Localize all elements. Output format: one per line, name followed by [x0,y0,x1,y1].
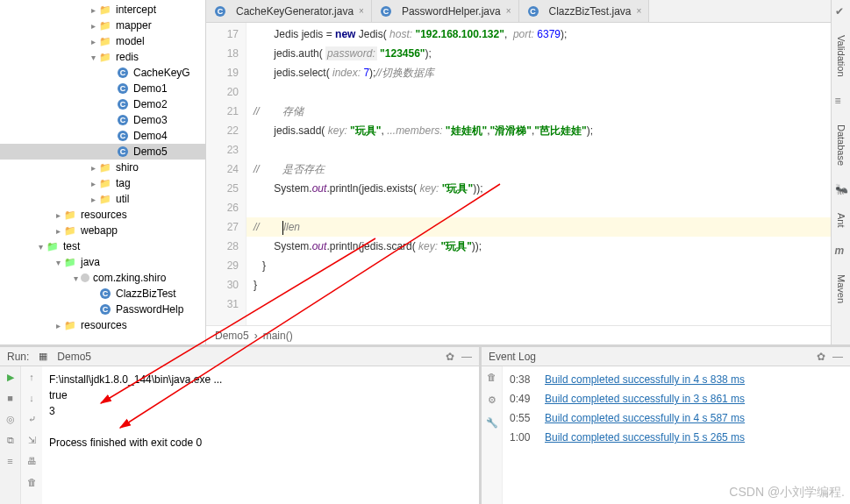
tree-label: redis [116,51,139,63]
stop-button[interactable]: ■ [4,391,18,405]
up-button[interactable]: ↑ [25,370,39,384]
tree-item-mapper[interactable]: mapper [0,18,205,33]
tree-label: webapp [81,224,118,237]
class-icon [379,4,393,18]
event-message[interactable]: Build completed successfully in 3 s 861 … [545,393,745,405]
class-icon [116,145,130,159]
close-tab-icon[interactable]: × [359,6,364,16]
tree-item-webapp[interactable]: webapp [0,223,205,238]
chevron-icon[interactable] [88,163,98,173]
tree-item-demo4[interactable]: Demo4 [0,128,205,144]
event-filter-icon[interactable]: ⚙ [485,393,499,407]
code-editor[interactable]: 171819202122232425262728293031 Jedis jed… [206,23,831,325]
database-tab[interactable]: Database [836,124,846,166]
tree-item-resources[interactable]: resources [0,317,205,333]
event-settings-icon[interactable]: ✿ [817,351,825,363]
maven-icon[interactable]: m [835,245,847,257]
event-row[interactable]: 0:55Build completed successfully in 4 s … [503,408,850,428]
chevron-icon[interactable] [88,37,98,46]
tree-item-resources[interactable]: resources [0,207,205,223]
event-minimize-icon[interactable]: — [832,351,843,363]
tree-item-demo5[interactable]: Demo5 [0,144,205,160]
editor-tab[interactable]: PasswordHelper.java× [372,0,519,22]
tree-label: mapper [116,19,152,32]
event-row[interactable]: 0:49Build completed successfully in 3 s … [503,389,850,408]
run-config-name[interactable]: Demo5 [57,351,91,363]
down-button[interactable]: ↓ [25,391,39,405]
event-row[interactable]: 0:38Build completed successfully in 4 s … [503,370,850,389]
settings-icon[interactable]: ✿ [446,351,454,363]
checkmark-icon[interactable]: ✔ [835,5,847,18]
tree-item-model[interactable]: model [0,33,205,49]
editor-tab[interactable]: CacheKeyGenerator.java× [206,0,372,22]
tree-label: shiro [116,161,139,174]
event-message[interactable]: Build completed successfully in 4 s 587 … [545,412,745,424]
pin-button[interactable]: ≡ [4,454,18,468]
tree-label: Demo5 [133,146,168,158]
event-row[interactable]: 1:00Build completed successfully in 5 s … [503,428,850,447]
folder-icon [98,34,112,48]
chevron-icon[interactable] [70,273,81,283]
breadcrumb-class[interactable]: Demo5 [215,330,249,342]
tree-item-com.zking.shiro[interactable]: com.zking.shiro [0,270,205,286]
tree-item-java[interactable]: java [0,254,205,270]
ant-icon[interactable]: 🐜 [835,183,847,195]
chevron-icon[interactable] [53,258,63,267]
maven-tab[interactable]: Maven [836,274,846,303]
tree-item-tag[interactable]: tag [0,175,205,191]
class-icon [213,4,227,18]
tree-label: util [116,193,129,205]
folder-icon [98,18,112,32]
chevron-icon[interactable] [88,53,98,62]
tree-item-demo1[interactable]: Demo1 [0,81,205,96]
project-tree[interactable]: interceptmappermodelredisCacheKeyGDemo1D… [0,0,206,344]
chevron-icon[interactable] [35,242,46,252]
event-log-panel: Event Log ✿ — 🗑 ⚙ 🔧 0:38Build completed … [482,347,850,504]
tree-item-demo3[interactable]: Demo3 [0,112,205,128]
tree-item-clazzbiztest[interactable]: ClazzBizTest [0,286,205,302]
tree-item-demo2[interactable]: Demo2 [0,96,205,112]
tree-item-test[interactable]: test [0,238,205,254]
tree-item-passwordhelp[interactable]: PasswordHelp [0,302,205,317]
close-tab-icon[interactable]: × [637,6,642,16]
tree-item-shiro[interactable]: shiro [0,160,205,175]
event-clear-icon[interactable]: 🗑 [485,370,499,384]
chevron-icon[interactable] [88,5,98,15]
event-time: 0:55 [510,412,538,424]
minimize-icon[interactable]: — [461,351,472,363]
chevron-icon[interactable] [88,179,98,188]
tree-item-util[interactable]: util [0,191,205,207]
console-output[interactable]: F:\install\jdk1.8.0_144\bin\java.exe ...… [42,366,479,504]
chevron-icon[interactable] [88,195,98,204]
chevron-icon[interactable] [88,21,98,31]
code-content[interactable]: Jedis jedis = new Jedis( host: "192.168.… [246,23,831,325]
print-button[interactable]: 🖶 [25,454,39,468]
tree-item-cachekeyg[interactable]: CacheKeyG [0,65,205,81]
editor-tabs[interactable]: CacheKeyGenerator.java×PasswordHelper.ja… [206,0,831,23]
chevron-icon[interactable] [53,226,63,236]
right-tool-strip[interactable]: ✔ Validation ≡ Database 🐜 Ant m Maven [831,0,850,344]
layout-button[interactable]: ⧉ [4,433,18,447]
line-gutter: 171819202122232425262728293031 [206,23,246,325]
dump-button[interactable]: ◎ [4,412,18,426]
chevron-icon[interactable] [53,321,63,330]
folder-icon [98,160,112,174]
event-list[interactable]: 0:38Build completed successfully in 4 s … [503,366,850,504]
chevron-icon[interactable] [53,210,63,220]
event-message[interactable]: Build completed successfully in 4 s 838 … [545,373,745,386]
event-message[interactable]: Build completed successfully in 5 s 265 … [545,431,745,444]
event-wrench-icon[interactable]: 🔧 [485,415,499,429]
tree-item-intercept[interactable]: intercept [0,2,205,18]
breadcrumb[interactable]: Demo5 › main() [206,325,831,344]
validation-tab[interactable]: Validation [836,35,846,77]
close-tab-icon[interactable]: × [506,6,511,16]
editor-tab[interactable]: ClazzBizTest.java× [519,0,650,22]
ant-tab[interactable]: Ant [836,213,846,228]
rerun-button[interactable]: ▶ [4,370,18,384]
wrap-button[interactable]: ⤶ [25,412,39,426]
breadcrumb-method[interactable]: main() [263,330,293,342]
trash-button[interactable]: 🗑 [25,475,39,489]
database-icon[interactable]: ≡ [835,95,847,107]
scroll-button[interactable]: ⇲ [25,433,39,447]
tree-item-redis[interactable]: redis [0,49,205,65]
